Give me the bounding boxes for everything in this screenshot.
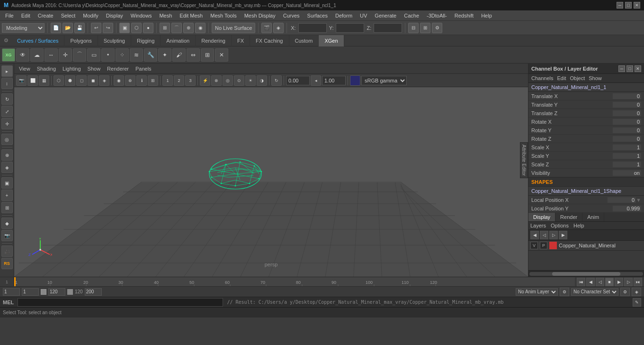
menu-mesh[interactable]: Mesh bbox=[156, 12, 175, 19]
menu-cache[interactable]: Cache bbox=[401, 12, 422, 19]
vp-display2[interactable]: 2 bbox=[174, 75, 184, 86]
settings-button[interactable]: ⚙ bbox=[432, 23, 442, 33]
tab-fx[interactable]: FX bbox=[232, 35, 250, 46]
no-live-surface-button[interactable]: No Live Surface bbox=[212, 23, 255, 33]
layout-button[interactable]: ⊟ bbox=[408, 23, 419, 33]
undo-button[interactable]: ↩ bbox=[91, 23, 101, 33]
render-view-button[interactable]: 🎬 bbox=[261, 23, 272, 33]
loh-help[interactable]: Help bbox=[573, 223, 584, 228]
vp-xray2[interactable]: ◎ bbox=[223, 75, 233, 86]
vp-value1-input[interactable] bbox=[286, 76, 310, 85]
rotate-tool-button[interactable]: ↻ bbox=[1, 93, 13, 105]
vp-shading1[interactable]: ⬡ bbox=[54, 75, 64, 86]
channel-scale-x[interactable]: Scale X 1 bbox=[528, 143, 644, 152]
channel-translate-y[interactable]: Translate Y 0 bbox=[528, 100, 644, 109]
menu-display[interactable]: Display bbox=[103, 12, 126, 19]
snap-grid[interactable]: ⊞ bbox=[160, 23, 170, 33]
tool-grid2[interactable]: ⊞ bbox=[201, 48, 214, 62]
tool-arrows[interactable]: ↔ bbox=[45, 48, 58, 62]
menu-redshift[interactable]: Redshift bbox=[451, 12, 477, 19]
menu-mesh-display[interactable]: Mesh Display bbox=[241, 12, 279, 19]
tool-sim[interactable]: ≋ bbox=[130, 48, 143, 62]
new-scene-button[interactable]: 📄 bbox=[51, 23, 61, 33]
channel-scale-y[interactable]: Scale Y 1 bbox=[528, 152, 644, 160]
vp-heads-up[interactable]: ℹ bbox=[136, 75, 147, 86]
step-back-button[interactable]: ◀ bbox=[586, 278, 595, 286]
menu-uv[interactable]: UV bbox=[357, 12, 370, 19]
render-region-button[interactable]: 🎥 bbox=[1, 245, 13, 257]
redo-button[interactable]: ↪ bbox=[103, 23, 113, 33]
vp-menu-lighting[interactable]: Lighting bbox=[60, 65, 84, 73]
channel-rotate-y[interactable]: Rotate Y 0 bbox=[528, 126, 644, 135]
playback-range-button[interactable] bbox=[41, 289, 46, 295]
tab-animation[interactable]: Animation bbox=[161, 35, 196, 46]
anim-layer-btn1[interactable]: ⚙ bbox=[560, 288, 569, 296]
close-button[interactable]: ✕ bbox=[634, 2, 640, 9]
tab-rendering[interactable]: Rendering bbox=[196, 35, 232, 46]
region-btn3[interactable]: ⊞ bbox=[1, 202, 13, 213]
tool-rect[interactable]: ▭ bbox=[87, 48, 100, 62]
vp-shading3[interactable]: ◻ bbox=[76, 75, 87, 86]
vp-resolution[interactable]: ▦ bbox=[39, 75, 49, 86]
maximize-button[interactable]: □ bbox=[625, 2, 632, 9]
menu-surfaces[interactable]: Surfaces bbox=[304, 12, 331, 19]
vp-isolate[interactable]: ◉ bbox=[114, 75, 124, 86]
tool-close[interactable]: ✕ bbox=[215, 48, 228, 62]
paint-button[interactable]: ● bbox=[143, 23, 153, 33]
char-set-btn2[interactable]: ◈ bbox=[632, 288, 641, 296]
layer-visibility-button[interactable]: V bbox=[530, 242, 538, 249]
layer-prev-btn[interactable]: ◀ bbox=[530, 231, 539, 239]
open-button[interactable]: 📂 bbox=[63, 23, 73, 33]
ipr-region-button[interactable]: RS bbox=[1, 258, 13, 269]
skip-to-start-button[interactable]: ⏮ bbox=[577, 278, 585, 286]
menu-create[interactable]: Create bbox=[35, 12, 57, 19]
scrollbar-thumb[interactable] bbox=[552, 272, 620, 276]
channel-rotate-z[interactable]: Rotate Z 0 bbox=[528, 135, 644, 143]
tab-settings-button[interactable]: ⚙ bbox=[1, 36, 11, 46]
vp-shading5[interactable]: ◈ bbox=[99, 75, 109, 86]
tab-custom[interactable]: Custom bbox=[289, 35, 319, 46]
y-input[interactable] bbox=[336, 23, 364, 33]
vp-display3[interactable]: 3 bbox=[185, 75, 196, 86]
menu-mesh-tools[interactable]: Mesh Tools bbox=[207, 12, 240, 19]
expand-arrow[interactable]: ▼ bbox=[636, 197, 641, 203]
play-back-button[interactable]: ◁ bbox=[596, 278, 604, 286]
viewport-canvas[interactable]: persp X Y Z bbox=[14, 87, 528, 277]
select-button[interactable]: ▣ bbox=[119, 23, 130, 33]
select-tool-button[interactable]: ▸ bbox=[1, 65, 13, 77]
x-input[interactable] bbox=[298, 23, 327, 33]
tab-display[interactable]: Display bbox=[528, 213, 555, 221]
tool-eye[interactable]: 👁 bbox=[16, 48, 29, 62]
menu-help[interactable]: Help bbox=[478, 12, 495, 19]
isolate-button[interactable]: ◈ bbox=[1, 162, 13, 173]
vp-more1[interactable]: ↻ bbox=[271, 75, 282, 86]
cb-tab-edit[interactable]: Edit bbox=[557, 75, 566, 81]
command-line-input[interactable] bbox=[18, 298, 223, 307]
menu-generate[interactable]: Generate bbox=[371, 12, 400, 19]
vp-shading2[interactable]: ⬢ bbox=[65, 75, 75, 86]
vp-val1-btn[interactable]: ◂ bbox=[311, 75, 321, 86]
vp-menu-shading[interactable]: Shading bbox=[34, 65, 59, 73]
channel-visibility[interactable]: Visibility on bbox=[528, 169, 644, 177]
tool-brush[interactable]: 🖌 bbox=[172, 48, 186, 62]
script-editor-button[interactable]: ✎ bbox=[633, 298, 641, 307]
cb-tab-show[interactable]: Show bbox=[589, 75, 602, 81]
channel-box-minimize[interactable]: ─ bbox=[618, 65, 625, 72]
tab-render[interactable]: Render bbox=[555, 213, 582, 221]
region-btn1[interactable]: ▣ bbox=[1, 177, 13, 189]
layer-prev2-btn[interactable]: ◁ bbox=[540, 231, 548, 239]
vp-value2-input[interactable] bbox=[322, 76, 346, 85]
snap-view[interactable]: ◉ bbox=[195, 23, 206, 33]
tool-dot[interactable]: • bbox=[101, 48, 115, 62]
anim-key-button[interactable]: ◆ bbox=[1, 218, 13, 229]
tool-move[interactable]: ✛ bbox=[59, 48, 72, 62]
tool-scatter[interactable]: ⁘ bbox=[116, 48, 129, 62]
vp-lighting2[interactable]: ☀ bbox=[245, 75, 256, 86]
play-forward-button[interactable]: ▶ bbox=[615, 278, 623, 286]
vp-gamma-select[interactable]: sRGB gamma bbox=[361, 76, 407, 85]
tool-star[interactable]: ✦ bbox=[158, 48, 171, 62]
region-btn2[interactable]: + bbox=[1, 190, 13, 201]
vp-shading4[interactable]: ◼ bbox=[88, 75, 98, 86]
layer-next-btn[interactable]: ▷ bbox=[549, 231, 558, 239]
lasso-button[interactable]: ⬡ bbox=[131, 23, 142, 33]
